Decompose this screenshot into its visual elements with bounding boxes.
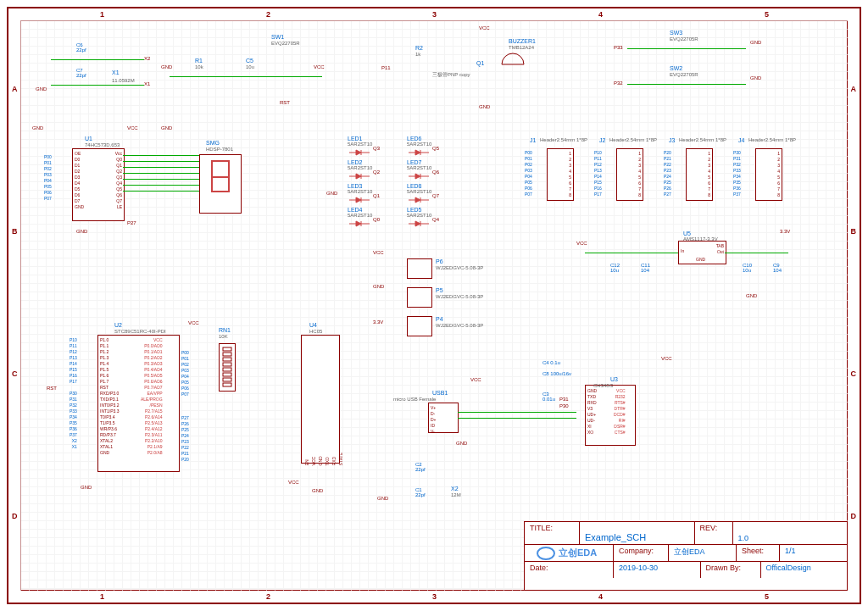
row-a: A <box>12 85 18 93</box>
gnd2: GND <box>161 64 172 69</box>
p33-net: P33 <box>614 45 623 50</box>
vcc1: VCC <box>314 64 325 69</box>
company-value: 立创EDA <box>669 545 737 561</box>
date-label: Date: <box>525 562 614 578</box>
buzzer-block: VCC R2 1k BUZZER1 TMB12A24 Q1 三极管PNP cop… <box>381 30 551 114</box>
vreg-block: VCC In TAB Out GND U5 AMS1117-3.3V 3.3V … <box>576 237 814 305</box>
drawn-label: Drawn By: <box>701 562 761 578</box>
p6-ref: P6 <box>436 258 443 264</box>
rn1-val: 10K <box>219 334 228 339</box>
svg-rect-48 <box>223 347 231 351</box>
gnd4: GND <box>750 40 761 45</box>
p4-ref: P4 <box>436 316 443 322</box>
rev-label: REV: <box>695 522 733 544</box>
u2-pins-left: P1.0 P1.1 P1.2 P1.3 P1.4 P1.5 P1.6 P1.7 … <box>100 337 120 456</box>
u4-pins: EN VCC GND TXD RXD STATE <box>303 453 344 465</box>
sheet-label: Sheet: <box>737 545 780 561</box>
r1-val: 10k <box>195 64 203 69</box>
u4-ic <box>301 335 340 464</box>
schematic-frame: 1 2 3 4 5 1 2 3 4 5 A B C D A B C D TITL… <box>0 0 868 611</box>
svg-rect-49 <box>223 353 231 356</box>
u3-pins-left: GND TXD RXD V3 UD+ UD- XI XO <box>587 388 597 436</box>
title-value: Example_SCH <box>580 522 695 544</box>
col-4: 4 <box>598 10 603 19</box>
svg-rect-50 <box>223 358 231 361</box>
drawn-value: OfficalDesign <box>761 562 848 578</box>
svg-rect-52 <box>223 368 231 371</box>
q1-val: 三极管PNP copy <box>432 72 470 77</box>
p6-ic <box>407 258 432 279</box>
title-label: TITLE: <box>525 522 580 544</box>
connectors-block: VCC GND 3.3V P6 WJ2EDGVC-5.08-3P P5 WJ2E… <box>373 258 526 343</box>
rn1 <box>219 343 236 392</box>
sw1-ref: SW1 <box>271 34 284 40</box>
svg-rect-53 <box>223 373 231 376</box>
reset-block: SW1 EVQ22705R R1 10k C5 10u RST VCC GND <box>170 34 331 102</box>
seven-segment <box>199 154 242 214</box>
col-2: 2 <box>266 10 270 19</box>
usb-ref: USB1 <box>432 390 448 396</box>
svg-marker-43 <box>415 221 420 226</box>
x2-val: 12M <box>451 492 461 497</box>
row-br: B <box>851 227 857 236</box>
gnd1: GND <box>36 86 47 92</box>
date-value: 2019-10-30 <box>614 562 701 578</box>
row-cr: C <box>851 369 857 378</box>
u2-ref: U2 <box>114 322 122 328</box>
buzzer-icon <box>500 52 526 77</box>
col-1b: 1 <box>100 592 104 601</box>
svg-marker-19 <box>356 221 361 226</box>
p5-ic <box>407 287 432 308</box>
company-label: Company: <box>614 545 669 561</box>
title-block: TITLE: Example_SCH REV: 1.0 立创EDA Compan… <box>524 521 848 591</box>
r2-val: 1k <box>415 52 420 57</box>
svg-marker-31 <box>415 174 420 179</box>
logo-cell: 立创EDA <box>525 545 614 561</box>
r1-ref: R1 <box>195 58 203 64</box>
row-ar: A <box>851 85 857 93</box>
u1-val: 74HC573D,653 <box>85 142 120 147</box>
u2-val: STC89C51RC-40I-PDI <box>114 329 166 334</box>
svg-rect-54 <box>223 378 231 381</box>
gnd3: GND <box>479 104 490 109</box>
p32-net: P32 <box>614 81 623 86</box>
u1-ic: OE D0 D1 D2 D3 D4 D5 D6 D7 GND Vcc Q0 Q1… <box>72 148 125 221</box>
c6-val: 22pf <box>76 47 86 53</box>
osc-block: C622pf C722pf X1 11.0592M X2 X1 GND <box>51 42 153 102</box>
sheet-value: 1/1 <box>780 545 847 561</box>
col-2b: 2 <box>266 592 270 601</box>
u2-nets-left: P10 P11 P12 P13 P14 P15 P16 P17 P30 P31 … <box>70 337 77 450</box>
u5-ref: U5 <box>683 231 691 236</box>
sw2-val: EVQ22705R <box>670 72 698 77</box>
svg-marker-37 <box>415 197 420 203</box>
rev-value: 1.0 <box>733 522 848 544</box>
r2-ref: R2 <box>415 45 423 51</box>
p4-val: WJ2EDGVC-5.08-3P <box>436 323 483 328</box>
u2-pins-right: VCC P0.0/AD0 P0.1/AD1 P0.2/AD2 P0.3/AD3 … <box>141 337 163 456</box>
svg-rect-51 <box>223 363 231 366</box>
u4-ref: U4 <box>309 322 317 328</box>
col-5b: 5 <box>765 592 769 601</box>
svg-marker-1 <box>356 150 361 155</box>
sw3-val: EVQ22705R <box>670 36 698 42</box>
col-5: 5 <box>765 10 769 19</box>
p5-ref: P5 <box>436 287 443 293</box>
u3-ref: U3 <box>610 376 618 382</box>
svg-marker-25 <box>415 150 420 155</box>
logo: 立创EDA <box>530 547 608 559</box>
sw3-ref: SW3 <box>670 30 682 36</box>
u5-ic: In TAB Out GND <box>678 241 726 264</box>
smg-ref: SMG <box>206 140 220 146</box>
svg-rect-55 <box>223 383 231 386</box>
switches-block: SW3 EVQ22705R P33 GND SW2 EVQ22705R P32 … <box>627 30 831 106</box>
u5-val: AMS1117-3.3V <box>683 236 718 242</box>
col-3b: 3 <box>432 592 437 601</box>
c7-val: 22pf <box>76 73 86 78</box>
col-4b: 4 <box>598 592 603 601</box>
u4-val: HC05 <box>309 329 322 334</box>
u3-pins-right: VCC R232 RTS# DTR# DCD# RI# DSR# CTS# <box>614 388 626 436</box>
x2-ref: X2 <box>451 486 459 492</box>
sw2-ref: SW2 <box>670 65 682 71</box>
cloud-icon <box>537 547 555 560</box>
buz-ref: BUZZER1 <box>509 38 536 44</box>
